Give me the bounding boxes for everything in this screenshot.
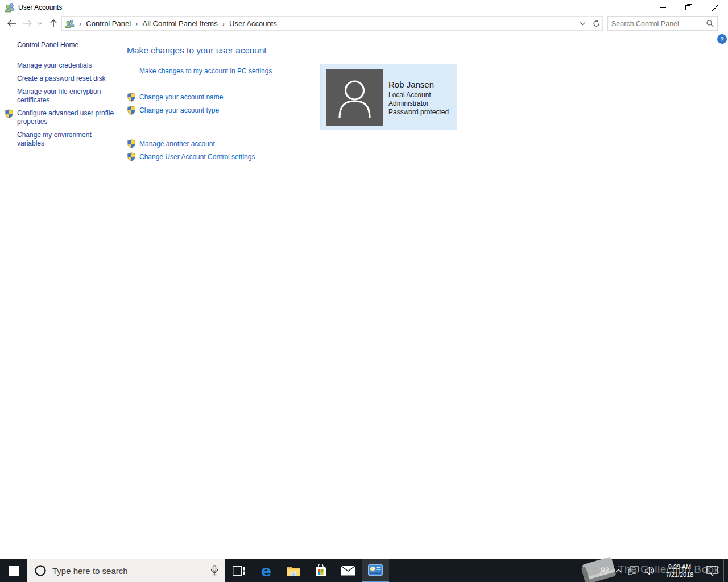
taskbar: The Collection Book e: [0, 559, 728, 582]
clock[interactable]: 9:29 AM 7/21/2018: [659, 559, 701, 582]
minimize-icon: [660, 5, 666, 11]
start-button[interactable]: [0, 559, 27, 582]
volume-button[interactable]: [642, 559, 659, 582]
action-center-icon: [706, 566, 718, 576]
back-button[interactable]: [5, 16, 18, 30]
file-explorer-button[interactable]: [280, 559, 307, 582]
user-role: Administrator: [388, 99, 449, 108]
system-tray: 9:29 AM 7/21/2018: [597, 559, 728, 582]
store-button[interactable]: [307, 559, 334, 582]
sidebar-item-label: Change my environment variables: [17, 131, 92, 147]
task-view-button[interactable]: [225, 559, 253, 582]
start-icon: [9, 566, 19, 576]
back-icon: [7, 20, 16, 27]
avatar-icon: [326, 69, 383, 126]
avatar: [326, 69, 383, 126]
help-icon[interactable]: ?: [717, 34, 727, 44]
sidebar-item-advanced-profile[interactable]: Configure advanced user profile properti…: [17, 109, 117, 126]
sidebar-item-label: Configure advanced user profile properti…: [17, 109, 114, 126]
people-button[interactable]: [597, 559, 612, 582]
task-view-icon: [233, 566, 245, 576]
network-icon: [628, 566, 639, 575]
clock-time: 9:29 AM: [668, 563, 691, 571]
users-icon: [5, 2, 15, 13]
user-accounts-app-button[interactable]: [362, 559, 389, 582]
mail-icon: [341, 566, 355, 576]
user-info: Rob Jansen Local Account Administrator P…: [388, 80, 449, 117]
minimize-button[interactable]: [650, 0, 676, 15]
refresh-button[interactable]: [590, 16, 603, 31]
change-account-type-link[interactable]: Change your account type: [139, 106, 219, 114]
shield-icon: [127, 106, 136, 115]
clock-date: 7/21/2018: [666, 571, 694, 579]
window-title: User Accounts: [18, 3, 62, 11]
chevron-down-icon[interactable]: [580, 22, 585, 26]
manage-another-account-link[interactable]: Manage another account: [139, 140, 215, 148]
sidebar: Control Panel Home Manage your credentia…: [17, 41, 117, 152]
window-controls: [650, 0, 728, 15]
user-account-type: Local Account: [388, 91, 449, 99]
search-input[interactable]: [611, 20, 706, 28]
breadcrumb-separator-icon: ›: [75, 19, 86, 28]
change-uac-settings-link[interactable]: Change User Account Control settings: [139, 153, 255, 161]
close-button[interactable]: [702, 0, 728, 15]
manage-another-account-row[interactable]: Manage another account: [127, 137, 457, 150]
people-icon: [599, 567, 610, 575]
sidebar-item-file-encryption[interactable]: Manage your file encryption certificates: [17, 88, 117, 105]
hidden-icons-button[interactable]: [612, 559, 624, 582]
breadcrumb-all-items[interactable]: All Control Panel Items: [142, 19, 217, 28]
user-account-card: Rob Jansen Local Account Administrator P…: [320, 64, 457, 130]
up-button[interactable]: [47, 16, 60, 30]
recent-pages-icon: [38, 22, 42, 25]
sidebar-item-label: Create a password reset disk: [17, 74, 105, 82]
sidebar-item-environment-variables[interactable]: Change my environment variables: [17, 131, 117, 148]
breadcrumb-separator-icon: ›: [218, 19, 229, 28]
show-desktop-button[interactable]: [723, 559, 728, 582]
admin-links-group: Manage another account Change User Accou…: [127, 137, 457, 163]
sidebar-item-label: Manage your credentials: [17, 61, 92, 69]
mail-button[interactable]: [334, 559, 362, 582]
restore-button[interactable]: [676, 0, 702, 15]
navigation-bar: › Control Panel › All Control Panel Item…: [0, 15, 728, 32]
taskbar-search[interactable]: [27, 559, 225, 582]
cortana-icon: [34, 564, 47, 577]
search-icon[interactable]: [706, 20, 714, 27]
user-accounts-app-icon: [368, 564, 383, 576]
edge-icon: e: [261, 563, 271, 579]
tray-chevron-icon: [615, 569, 622, 573]
control-panel-search[interactable]: [607, 16, 718, 31]
change-account-name-link[interactable]: Change your account name: [139, 93, 223, 101]
network-button[interactable]: [624, 559, 642, 582]
users-icon: [65, 19, 75, 28]
pc-settings-link[interactable]: Make changes to my account in PC setting…: [139, 67, 272, 75]
forward-icon: [23, 20, 32, 27]
address-bar[interactable]: › Control Panel › All Control Panel Item…: [61, 16, 589, 31]
mic-icon[interactable]: [210, 565, 218, 576]
user-name: Rob Jansen: [388, 80, 449, 89]
file-explorer-icon: [286, 565, 301, 577]
change-uac-settings-row[interactable]: Change User Account Control settings: [127, 150, 457, 163]
sidebar-item-label: Manage your file encryption certificates: [17, 88, 101, 104]
sidebar-item-password-reset-disk[interactable]: Create a password reset disk: [17, 74, 117, 83]
sidebar-item-control-panel-home[interactable]: Control Panel Home: [17, 41, 117, 49]
breadcrumb-user-accounts[interactable]: User Accounts: [229, 19, 277, 28]
titlebar: User Accounts: [0, 0, 728, 15]
taskbar-search-input[interactable]: [52, 566, 204, 576]
breadcrumb-control-panel[interactable]: Control Panel: [86, 19, 131, 28]
store-icon: [315, 564, 327, 577]
shield-icon: [127, 152, 136, 161]
edge-button[interactable]: e: [253, 559, 280, 582]
user-password-status: Password protected: [388, 108, 449, 117]
forward-button[interactable]: [20, 16, 34, 30]
restore-icon: [685, 4, 692, 11]
recent-pages-button[interactable]: [34, 16, 46, 30]
refresh-icon: [593, 20, 600, 27]
action-center-button[interactable]: [701, 559, 723, 582]
close-icon: [712, 5, 718, 11]
shield-icon: [127, 93, 136, 102]
volume-icon: [645, 567, 655, 575]
shield-icon: [5, 109, 14, 118]
sidebar-item-manage-credentials[interactable]: Manage your credentials: [17, 61, 117, 70]
user-accounts-window: User Accounts: [0, 0, 728, 559]
shield-icon: [127, 139, 136, 148]
